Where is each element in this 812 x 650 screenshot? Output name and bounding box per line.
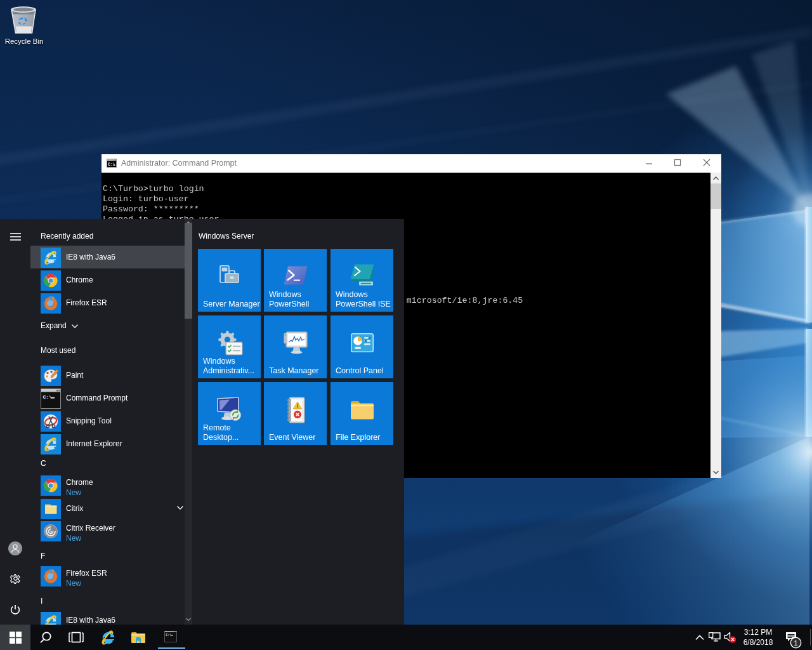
svg-text:C:\: C:\ bbox=[108, 162, 115, 167]
svg-text:1: 1 bbox=[794, 639, 797, 647]
svg-text:!: ! bbox=[297, 403, 299, 409]
